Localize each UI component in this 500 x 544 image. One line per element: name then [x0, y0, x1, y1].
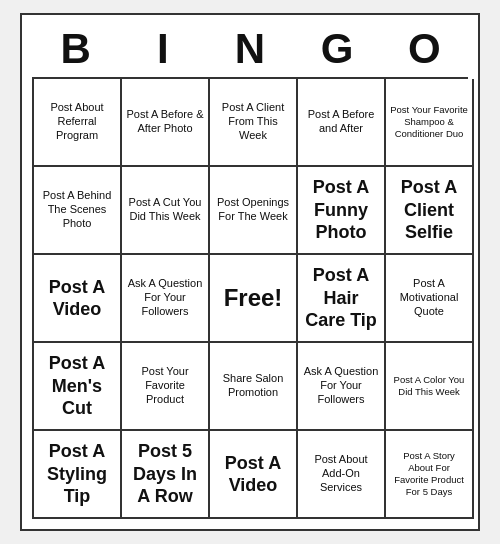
letter-n: N [209, 25, 291, 73]
bingo-cell: Post Your Favorite Shampoo & Conditioner… [386, 79, 474, 167]
bingo-cell: Post About Add-On Services [298, 431, 386, 519]
bingo-cell: Post A Hair Care Tip [298, 255, 386, 343]
letter-o: O [383, 25, 465, 73]
bingo-cell: Post A Before & After Photo [122, 79, 210, 167]
bingo-cell: Post About Referral Program [34, 79, 122, 167]
bingo-cell: Post A Motivational Quote [386, 255, 474, 343]
letter-i: I [122, 25, 204, 73]
bingo-cell: Ask A Question For Your Followers [298, 343, 386, 431]
bingo-cell: Post A Before and After [298, 79, 386, 167]
bingo-cell: Post A Client From This Week [210, 79, 298, 167]
bingo-cell: Post A Styling Tip [34, 431, 122, 519]
bingo-cell: Post Openings For The Week [210, 167, 298, 255]
bingo-cell: Post A Video [34, 255, 122, 343]
bingo-header: B I N G O [32, 25, 468, 73]
bingo-cell: Free! [210, 255, 298, 343]
bingo-cell: Post A Video [210, 431, 298, 519]
bingo-grid: Post About Referral ProgramPost A Before… [32, 77, 468, 519]
letter-b: B [35, 25, 117, 73]
bingo-cell: Post Your Favorite Product [122, 343, 210, 431]
bingo-cell: Post A Color You Did This Week [386, 343, 474, 431]
bingo-cell: Post 5 Days In A Row [122, 431, 210, 519]
bingo-cell: Ask A Question For Your Followers [122, 255, 210, 343]
bingo-card: B I N G O Post About Referral ProgramPos… [20, 13, 480, 531]
bingo-cell: Post A Behind The Scenes Photo [34, 167, 122, 255]
bingo-cell: Post A Men's Cut [34, 343, 122, 431]
bingo-cell: Share Salon Promotion [210, 343, 298, 431]
bingo-cell: Post A Funny Photo [298, 167, 386, 255]
letter-g: G [296, 25, 378, 73]
bingo-cell: Post A Story About For Favorite Product … [386, 431, 474, 519]
bingo-cell: Post A Cut You Did This Week [122, 167, 210, 255]
bingo-cell: Post A Client Selfie [386, 167, 474, 255]
